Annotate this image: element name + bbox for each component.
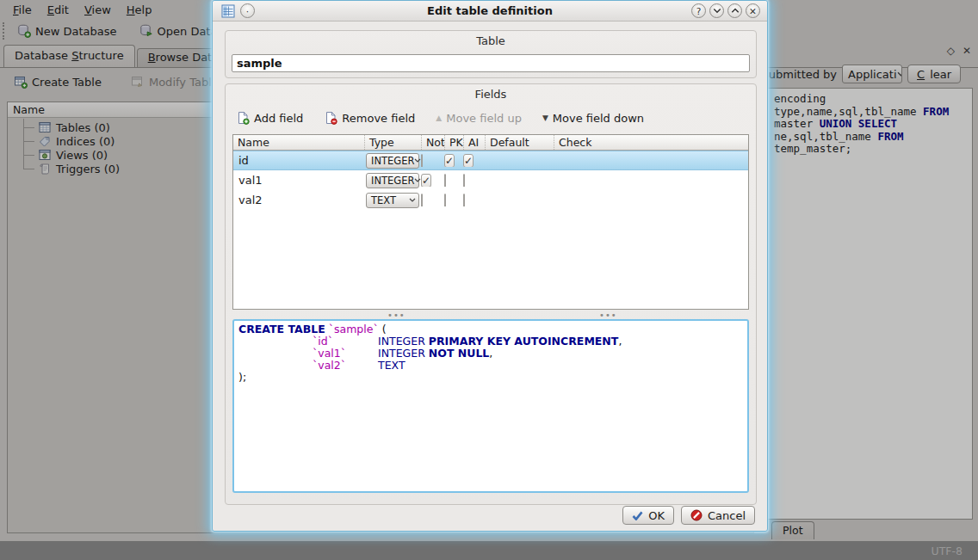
cancel-icon xyxy=(690,509,703,521)
dialog-titlebar[interactable]: · Edit table definition ? ✕ xyxy=(213,1,767,22)
ai-cell xyxy=(463,194,485,206)
encoding-status: UTF-8 xyxy=(932,545,963,557)
cancel-button[interactable]: Cancel xyxy=(681,506,755,525)
log-source-select[interactable]: Applicati xyxy=(842,65,902,83)
create-table-icon xyxy=(14,75,28,89)
tree-item-label: Indices (0) xyxy=(56,135,115,148)
move-field-up-button[interactable]: ▲ Move field up xyxy=(432,111,525,126)
column-header-type[interactable]: Type xyxy=(364,135,421,150)
clear-log-button[interactable]: Clear xyxy=(907,65,961,83)
splitter-dots: ••• xyxy=(387,313,405,318)
chevron-down-icon xyxy=(409,198,416,202)
fields-groupbox: Fields Add field Remove field ▲ Move fie… xyxy=(225,83,757,505)
table-name-input[interactable] xyxy=(232,54,750,72)
pk-cell xyxy=(444,154,463,167)
splitter-handle[interactable]: ••• ••• xyxy=(232,311,749,319)
toolbar-drag-handle[interactable] xyxy=(3,22,9,40)
dock-float-icon[interactable]: ◇ xyxy=(947,45,955,57)
edit-table-definition-dialog: · Edit table definition ? ✕ Table Fields… xyxy=(212,0,768,532)
menu-edit[interactable]: Edit xyxy=(40,2,77,18)
pk-cell xyxy=(444,194,463,206)
move-field-down-button[interactable]: ▼ Move field down xyxy=(539,111,647,126)
move-down-icon: ▼ xyxy=(542,114,548,122)
tab-plot[interactable]: Plot xyxy=(771,521,814,539)
not-null-cell xyxy=(421,174,444,187)
not-null-cell xyxy=(421,194,444,206)
not-null-checkbox[interactable] xyxy=(421,194,423,206)
pk-checkbox[interactable] xyxy=(444,194,446,206)
open-database-icon xyxy=(139,24,153,38)
move-field-up-label: Move field up xyxy=(446,112,522,125)
menu-file[interactable]: File xyxy=(5,2,40,18)
tab-database-structure[interactable]: Database Structure xyxy=(3,45,135,68)
type-select[interactable]: TEXT xyxy=(366,193,419,208)
field-name[interactable]: val2 xyxy=(233,194,364,206)
not-null-checkbox[interactable] xyxy=(421,154,423,167)
submitted-by-label: submitted by xyxy=(763,68,837,81)
ok-label: OK xyxy=(648,509,665,522)
column-header-ai[interactable]: AI xyxy=(463,135,485,150)
create-table-button[interactable]: Create Table xyxy=(9,73,107,90)
column-header-default[interactable]: Default xyxy=(485,135,554,150)
help-button[interactable]: ? xyxy=(691,3,706,18)
not-null-checkbox[interactable] xyxy=(421,174,431,187)
field-row-id[interactable]: id INTEGER xyxy=(233,151,748,170)
unshade-button[interactable] xyxy=(727,3,742,18)
pk-checkbox[interactable] xyxy=(444,154,455,167)
field-name[interactable]: id xyxy=(233,154,364,167)
ai-checkbox[interactable] xyxy=(463,194,465,206)
sql-log-panel: ◇ ✕ submitted by Applicati Clear encodin… xyxy=(758,43,978,541)
add-field-button[interactable]: Add field xyxy=(232,110,306,126)
pk-checkbox[interactable] xyxy=(444,174,446,187)
field-name[interactable]: val1 xyxy=(233,174,364,187)
menu-view[interactable]: View xyxy=(77,2,119,18)
new-database-icon xyxy=(17,24,31,38)
column-header-name[interactable]: Name xyxy=(233,135,364,150)
status-bar: UTF-8 xyxy=(0,541,978,560)
column-header-pk[interactable]: PK xyxy=(444,135,463,150)
fields-table-header[interactable]: Name Type Not PK AI Default Check xyxy=(233,135,748,151)
chevron-down-icon xyxy=(414,178,421,182)
type-select[interactable]: INTEGER xyxy=(366,173,419,188)
cancel-label: Cancel xyxy=(708,509,746,522)
views-icon xyxy=(39,149,51,161)
remove-field-icon xyxy=(324,111,337,125)
new-database-label: New Database xyxy=(35,25,117,38)
type-select[interactable]: INTEGER xyxy=(366,153,419,169)
log-source-value: Applicati xyxy=(848,68,896,81)
menu-help[interactable]: Help xyxy=(119,2,160,18)
dialog-title: Edit table definition xyxy=(213,4,767,17)
not-null-cell xyxy=(421,154,444,167)
column-header-not-null[interactable]: Not xyxy=(421,135,444,150)
chevron-down-icon xyxy=(897,71,903,77)
sql-log-text[interactable]: encodingtype,name,sql,tbl_name FROMmaste… xyxy=(758,88,973,520)
table-groupbox: Table xyxy=(225,30,757,78)
ai-cell xyxy=(463,174,485,187)
field-type-cell: TEXT xyxy=(364,193,421,208)
ok-button[interactable]: OK xyxy=(622,506,674,525)
remove-field-button[interactable]: Remove field xyxy=(320,110,418,126)
column-header-check[interactable]: Check xyxy=(554,135,748,150)
create-table-sql-preview[interactable]: CREATE TABLE `sample` (`id`INTEGER PRIMA… xyxy=(232,319,749,493)
chevron-down-icon xyxy=(414,158,421,163)
add-field-icon xyxy=(236,111,250,125)
new-database-button[interactable]: New Database xyxy=(12,22,122,40)
field-row-val1[interactable]: val1 INTEGER xyxy=(233,170,748,190)
ai-checkbox[interactable] xyxy=(463,154,474,167)
modify-table-label: Modify Table xyxy=(149,76,219,89)
ai-checkbox[interactable] xyxy=(463,174,465,187)
close-icon[interactable]: ✕ xyxy=(746,3,760,18)
triggers-icon xyxy=(39,163,51,175)
structure-toolbar: Create Table Modify Table xyxy=(9,69,224,95)
table-group-label: Table xyxy=(226,31,756,47)
field-type-cell: INTEGER xyxy=(364,173,421,188)
dock-close-icon[interactable]: ✕ xyxy=(963,45,971,57)
tab-bar: Database Structure Browse Data xyxy=(3,45,230,68)
pk-cell xyxy=(444,174,463,187)
shade-button[interactable] xyxy=(709,3,724,18)
modify-table-button[interactable]: Modify Table xyxy=(126,73,224,90)
modify-table-icon xyxy=(131,75,145,89)
tree-item-label: Triggers (0) xyxy=(56,163,120,175)
field-row-val2[interactable]: val2 TEXT xyxy=(233,190,748,210)
type-value: INTEGER xyxy=(371,155,414,167)
